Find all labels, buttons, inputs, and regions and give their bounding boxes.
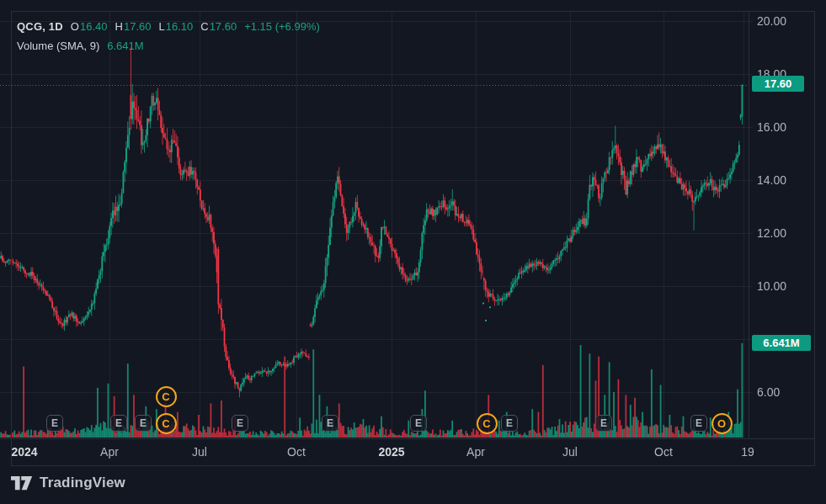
- time-axis[interactable]: 2024AprJulOct2025AprJulOct19: [0, 438, 815, 465]
- legend-volume-row: Volume (SMA, 9) 6.641M: [17, 39, 320, 52]
- ohlc-open-label: O: [71, 20, 79, 33]
- dividend-marker[interactable]: C: [156, 413, 177, 434]
- earnings-marker[interactable]: E: [46, 415, 63, 432]
- time-tick-label: Jul: [192, 444, 207, 459]
- earnings-marker[interactable]: E: [110, 415, 127, 432]
- volume-value: 6.641M: [107, 40, 143, 52]
- tradingview-attribution-link[interactable]: TradingView: [11, 475, 125, 491]
- ohlc-close-value: 17.60: [210, 20, 237, 33]
- earnings-marker[interactable]: E: [595, 415, 612, 432]
- ohlc-low-value: 16.10: [166, 20, 194, 33]
- time-tick-label: 19: [741, 444, 754, 459]
- ohlc-high-label: H: [115, 20, 123, 33]
- earnings-marker[interactable]: E: [232, 415, 248, 432]
- time-tick-label: 2024: [11, 444, 37, 459]
- dividend-marker[interactable]: C: [477, 413, 498, 434]
- time-tick-label: Oct: [287, 444, 306, 459]
- ohlc-high-value: 17.60: [124, 20, 152, 33]
- legend-main-row: QCG, 1D O16.40 H17.60 L16.10 C17.60 +1.1…: [17, 19, 320, 33]
- time-tick-label: Apr: [100, 444, 119, 459]
- last-price-badge: 17.60: [752, 76, 804, 92]
- price-tick-label: 14.00: [757, 173, 786, 187]
- pane-border-bottom: [11, 465, 815, 466]
- ohlc-open-value: 16.40: [80, 20, 108, 33]
- time-tick-label: Apr: [466, 444, 485, 459]
- earnings-marker[interactable]: E: [501, 415, 518, 432]
- price-tick-label: 16.00: [757, 120, 786, 134]
- time-tick-label: Jul: [562, 444, 578, 459]
- time-tick-label: 2025: [378, 444, 404, 459]
- tradingview-chart-widget: QCG, 1D O16.40 H17.60 L16.10 C17.60 +1.1…: [0, 0, 826, 504]
- price-tick-label: 6.00: [757, 385, 780, 399]
- pane-border-top: [11, 11, 815, 12]
- price-tick-label: 10.00: [757, 279, 786, 293]
- ohlc-open: O16.40: [71, 20, 108, 33]
- volume-indicator-title[interactable]: Volume (SMA, 9): [17, 40, 99, 52]
- ohlc-high: H17.60: [115, 20, 152, 33]
- ohlc-low-label: L: [158, 20, 164, 33]
- earnings-marker[interactable]: E: [135, 415, 152, 432]
- dividend-marker[interactable]: C: [156, 386, 177, 407]
- ohlc-low: L16.10: [158, 20, 193, 33]
- change-value: +1.15 (+6.99%): [244, 20, 320, 33]
- last-volume-badge: 6.641M: [752, 335, 811, 351]
- legend: QCG, 1D O16.40 H17.60 L16.10 C17.60 +1.1…: [17, 19, 320, 58]
- ohlc-close: C17.60: [200, 20, 237, 33]
- pane-border-left: [11, 11, 12, 466]
- tradingview-attribution-text: TradingView: [40, 475, 125, 491]
- open-event-marker[interactable]: O: [711, 413, 733, 434]
- symbol-title[interactable]: QCG, 1D: [17, 20, 63, 33]
- tradingview-logo-icon: [11, 475, 33, 491]
- price-tick-label: 12.00: [757, 226, 786, 240]
- earnings-marker[interactable]: E: [410, 415, 427, 432]
- earnings-marker[interactable]: E: [322, 415, 338, 432]
- time-tick-label: Oct: [654, 444, 673, 459]
- ohlc-close-label: C: [200, 20, 208, 33]
- price-tick-label: 20.00: [757, 14, 786, 28]
- earnings-marker[interactable]: E: [690, 415, 707, 432]
